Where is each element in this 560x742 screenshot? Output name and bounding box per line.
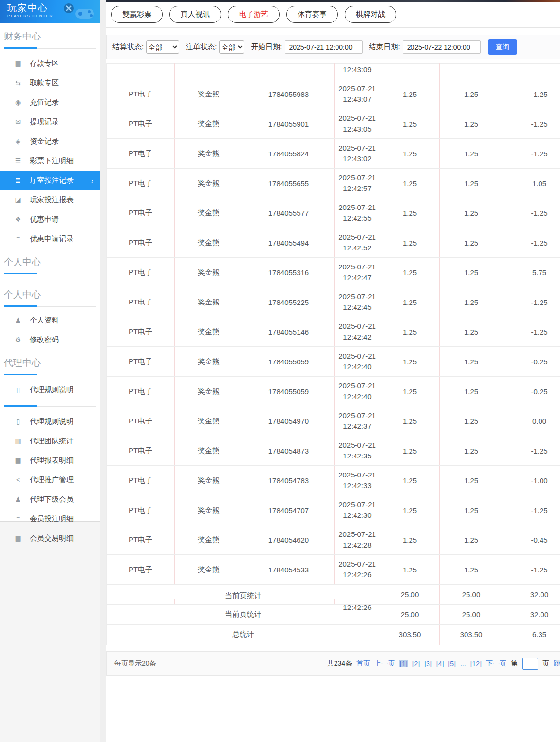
start-date-label: 开始日期: xyxy=(251,42,282,52)
tab-shuangying-lottery[interactable]: 雙赢彩票 xyxy=(111,6,163,23)
summary-valid: 303.50 xyxy=(440,625,503,645)
tab-live-video[interactable]: 真人视讯 xyxy=(169,6,221,23)
sidebar-item-hall-bet-record[interactable]: ≣ 厅室投注记录 › xyxy=(0,171,100,190)
section-divider xyxy=(4,374,96,375)
sidebar-item-agent-team-stats[interactable]: ▥ 代理团队统计 xyxy=(0,431,100,451)
settle-status-select[interactable]: 全部 xyxy=(146,40,179,54)
page-12-link[interactable]: [12] xyxy=(470,660,482,667)
prev-page-link[interactable]: 上一页 xyxy=(374,659,395,668)
cell-game: 奖金熊 xyxy=(175,228,243,258)
sidebar-item-withdraw-zone[interactable]: ⇆ 取款专区 xyxy=(0,73,100,93)
first-page-link[interactable]: 首页 xyxy=(356,659,370,668)
cell-game: 奖金熊 xyxy=(175,555,243,585)
cell-time-line: 12:42:47 xyxy=(335,272,380,283)
cell-time: 2025-07-21 12:42:57 xyxy=(335,169,380,198)
sidebar-item-funds-record[interactable]: ◈ 资金记录 xyxy=(0,132,100,151)
cell-valid: 1.25 xyxy=(440,109,503,139)
cell-bet: 1.25 xyxy=(380,347,440,377)
cell-profit: -1.25 xyxy=(503,139,560,169)
sidebar-item-profile[interactable]: ♟ 个人资料 xyxy=(0,310,100,330)
page-3-link[interactable]: [3] xyxy=(424,660,432,667)
total-count-text: 共234条 xyxy=(327,659,352,668)
sidebar-item-label: 提现记录 xyxy=(30,117,59,127)
promo-apply-record-icon: ≡ xyxy=(14,235,22,243)
end-date-label: 结束日期: xyxy=(369,42,400,52)
order-status-select[interactable]: 全部 xyxy=(219,40,244,54)
cell-time: 2025-07-21 12:42:28 xyxy=(335,525,380,555)
cell-order-no: 1784055901 xyxy=(243,109,335,139)
per-page-text: 每页显示20条 xyxy=(114,659,156,668)
cell-valid: 1.25 xyxy=(440,377,503,406)
tab-board-games[interactable]: 棋牌对战 xyxy=(345,6,396,23)
cell-bet: 1.25 xyxy=(380,169,440,198)
sidebar-item-promo-apply-record[interactable]: ≡ 优惠申请记录 xyxy=(0,229,100,248)
sidebar-item-withdraw-record[interactable]: ✉ 提现记录 xyxy=(0,112,100,132)
cell-profit: -1.25 xyxy=(503,555,560,585)
cell-order-no: 1784055225 xyxy=(243,287,335,317)
cell-order-no: 1784055655 xyxy=(243,169,335,198)
current-page-indicator[interactable]: [1] xyxy=(399,660,408,667)
sidebar-item-agent-rules[interactable]: ▯ 代理规则说明 xyxy=(0,380,100,400)
cell-valid xyxy=(440,64,503,79)
cell-valid: 1.25 xyxy=(440,228,503,258)
sidebar-group-finance: 财务中心 ▤ 存款专区 ⇆ 取款专区 ◉ 充值记录 ✉ 提现记录 ◈ 资金记录 xyxy=(0,23,100,248)
end-date-input[interactable] xyxy=(403,40,481,54)
ghost-time-text: 12:42:26 xyxy=(334,602,380,613)
page-5-link[interactable]: [5] xyxy=(448,660,456,667)
start-date-input[interactable] xyxy=(285,40,363,54)
cell-order-no: 1784054533 xyxy=(243,555,335,585)
sidebar-item-label: 会员交易明细 xyxy=(30,534,74,543)
sidebar-item-recharge-record[interactable]: ◉ 充值记录 xyxy=(0,93,100,112)
tab-sports[interactable]: 体育赛事 xyxy=(286,6,338,23)
cell-profit: -0.25 xyxy=(503,347,560,377)
cell-platform: PT电子 xyxy=(107,198,175,228)
tab-electronic-games[interactable]: 电子游艺 xyxy=(228,6,280,23)
jump-action-link[interactable]: 跳转 xyxy=(554,659,560,668)
sidebar-item-agent-promotion[interactable]: < 代理推广管理 xyxy=(0,470,100,490)
page-4-link[interactable]: [4] xyxy=(436,660,444,667)
cell-platform xyxy=(107,64,175,79)
agent-rules-icon: ▯ xyxy=(14,386,22,394)
page-ellipsis: ... xyxy=(460,660,466,667)
cell-bet: 1.25 xyxy=(380,287,440,317)
sidebar-item-lottery-bet-detail[interactable]: ☰ 彩票下注明细 xyxy=(0,151,100,171)
ghost-border xyxy=(174,599,175,604)
sidebar-item-label: 代理推广管理 xyxy=(30,476,74,485)
sidebar-group-personal: 个人中心 ♟ 个人资料 ⚙ 修改密码 xyxy=(0,281,100,349)
next-page-link[interactable]: 下一页 xyxy=(486,659,506,668)
cell-platform: PT电子 xyxy=(107,406,175,436)
cell-profit: 0.00 xyxy=(503,406,560,436)
sidebar-item-member-bet-detail[interactable]: ≡ 会员投注明细 xyxy=(0,509,100,529)
table-row-partial: 12:43:09 xyxy=(107,64,560,79)
summary-row-total: 总统计 303.50 303.50 6.35 xyxy=(107,625,560,645)
summary-valid: 25.00 xyxy=(440,585,503,605)
sidebar-item-promo-apply[interactable]: ❖ 优惠申请 xyxy=(0,209,100,229)
summary-bet: 25.00 xyxy=(380,585,440,605)
query-button[interactable]: 查询 xyxy=(488,39,517,55)
cell-platform: PT电子 xyxy=(107,377,175,406)
sidebar-item-agent-report-detail[interactable]: ▦ 代理报表明细 xyxy=(0,451,100,470)
sidebar-item-agent-rules-2[interactable]: ▯ 代理规则说明 xyxy=(0,412,100,431)
table-row: PT电子 奖金熊 1784055901 2025-07-21 12:43:05 … xyxy=(107,109,560,139)
cell-order-no: 1784055983 xyxy=(243,79,335,109)
password-gear-icon: ⚙ xyxy=(14,336,22,343)
cell-bet: 1.25 xyxy=(380,525,440,555)
page-2-link[interactable]: [2] xyxy=(412,660,420,667)
sidebar-item-label: 代理报表明细 xyxy=(30,456,74,465)
jump-page-input[interactable] xyxy=(522,658,538,670)
cell-bet: 1.25 xyxy=(380,495,440,525)
table-row: PT电子 奖金熊 1784054533 2025-07-21 12:42:26 … xyxy=(107,555,560,585)
cell-bet: 1.25 xyxy=(380,139,440,169)
cell-platform: PT电子 xyxy=(107,169,175,198)
sidebar-item-player-bet-report[interactable]: ◪ 玩家投注报表 xyxy=(0,190,100,209)
sidebar-item-member-transaction-detail[interactable]: ▤ 会员交易明细 xyxy=(0,529,100,548)
sidebar-item-agent-sub-members[interactable]: ♟ 代理下级会员 xyxy=(0,490,100,509)
cell-platform: PT电子 xyxy=(107,228,175,258)
cell-time-line: 12:42:57 xyxy=(335,183,380,194)
cell-valid: 1.25 xyxy=(440,436,503,466)
table-row: PT电子 奖金熊 1784054707 2025-07-21 12:42:30 … xyxy=(107,495,560,525)
table-row: PT电子 奖金熊 1784055146 2025-07-21 12:42:42 … xyxy=(107,317,560,347)
sidebar-item-change-password[interactable]: ⚙ 修改密码 xyxy=(0,330,100,349)
section-header-personal: 个人中心 xyxy=(0,248,100,273)
sidebar-item-deposit-zone[interactable]: ▤ 存款专区 xyxy=(0,54,100,73)
